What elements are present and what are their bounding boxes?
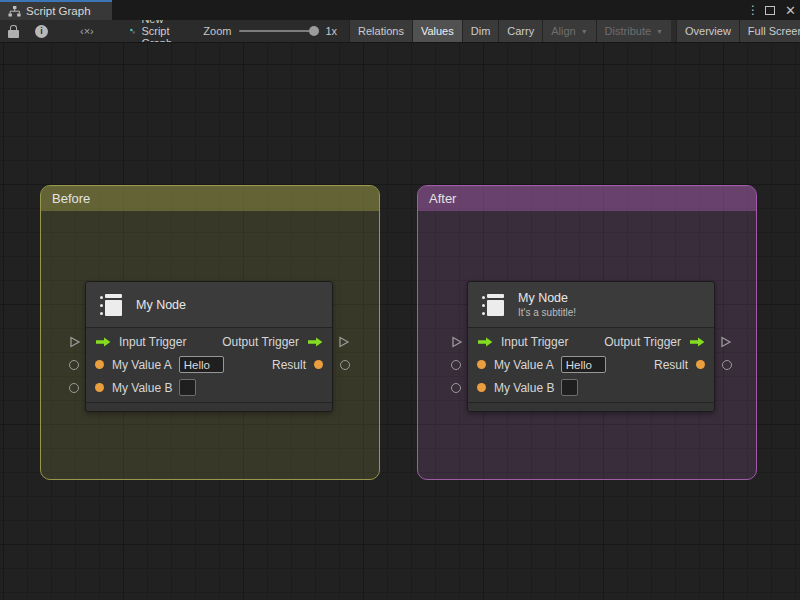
node-port-rows: Input Trigger Output Trigger My Value A bbox=[86, 328, 332, 402]
info-button[interactable]: i bbox=[27, 20, 56, 43]
value-port-outer-left-icon[interactable] bbox=[69, 360, 79, 370]
value-b-field[interactable] bbox=[561, 379, 578, 396]
code-icon: ‹×› bbox=[80, 25, 94, 37]
zoom-control: Zoom 1x bbox=[189, 25, 337, 37]
flow-out-arrow-icon[interactable] bbox=[689, 337, 705, 347]
full-screen-button[interactable]: Full Screen bbox=[739, 20, 800, 43]
node-footer bbox=[468, 402, 714, 411]
port-label: Output Trigger bbox=[222, 335, 299, 349]
graph-name-label: New Script Graph bbox=[141, 20, 179, 43]
node-footer bbox=[86, 402, 332, 411]
zoom-value: 1x bbox=[325, 25, 337, 37]
node-title: My Node bbox=[518, 291, 576, 305]
chevron-down-icon: ▼ bbox=[656, 28, 663, 35]
value-port-outer-left-icon[interactable] bbox=[451, 383, 461, 393]
node-header[interactable]: My Node bbox=[86, 282, 332, 328]
port-label: Input Trigger bbox=[119, 335, 186, 349]
distribute-dropdown[interactable]: Distribute▼ bbox=[596, 20, 671, 43]
group-title: After bbox=[429, 191, 456, 206]
values-button[interactable]: Values bbox=[412, 20, 462, 43]
value-out-dot-icon[interactable] bbox=[696, 360, 705, 369]
group-after[interactable]: After My Node It's a subtitle! bbox=[417, 185, 757, 480]
flow-in-arrow-icon[interactable] bbox=[477, 337, 493, 347]
value-port-outer-left-icon[interactable] bbox=[451, 360, 461, 370]
graph-toolbar: i ‹×› New Script Graph Zoom 1x Relations… bbox=[0, 20, 800, 43]
zoom-label: Zoom bbox=[203, 25, 231, 37]
port-row-value-a: My Value A Result bbox=[86, 353, 332, 376]
chevron-down-icon: ▼ bbox=[581, 28, 588, 35]
info-icon: i bbox=[35, 25, 48, 38]
port-label: My Value A bbox=[494, 358, 554, 372]
relations-button[interactable]: Relations bbox=[349, 20, 412, 43]
port-row-value-b: My Value B bbox=[86, 376, 332, 399]
node-header[interactable]: My Node It's a subtitle! bbox=[468, 282, 714, 328]
window-menu-icon[interactable]: ⋮ bbox=[747, 3, 755, 17]
flow-port-outer-left-icon[interactable] bbox=[69, 335, 81, 348]
lock-icon bbox=[8, 25, 19, 38]
graph-hierarchy-icon bbox=[8, 6, 21, 17]
maximize-icon[interactable] bbox=[765, 6, 775, 15]
value-a-field[interactable] bbox=[179, 356, 224, 373]
node-my-node-after[interactable]: My Node It's a subtitle! Input Trigger O… bbox=[467, 281, 715, 412]
flow-out-arrow-icon[interactable] bbox=[307, 337, 323, 347]
zoom-slider-handle[interactable] bbox=[309, 26, 319, 36]
flow-in-arrow-icon[interactable] bbox=[95, 337, 111, 347]
value-a-field[interactable] bbox=[561, 356, 606, 373]
port-row-trigger: Input Trigger Output Trigger bbox=[468, 330, 714, 353]
value-in-dot-icon[interactable] bbox=[477, 383, 486, 392]
port-row-value-b: My Value B bbox=[468, 376, 714, 399]
script-graph-window: Script Graph ⋮ ✕ i ‹×› New Script Graph bbox=[0, 0, 800, 600]
script-graph-icon bbox=[130, 25, 136, 38]
zoom-slider[interactable] bbox=[239, 30, 317, 32]
group-title: Before bbox=[52, 191, 90, 206]
node-subtitle: It's a subtitle! bbox=[518, 307, 576, 318]
tab-bar: Script Graph ⋮ ✕ bbox=[0, 0, 800, 20]
flow-port-outer-left-icon[interactable] bbox=[451, 335, 463, 348]
graph-name-breadcrumb[interactable]: New Script Graph bbox=[118, 20, 190, 43]
group-before-header[interactable]: Before bbox=[41, 186, 379, 211]
port-row-value-a: My Value A Result bbox=[468, 353, 714, 376]
value-in-dot-icon[interactable] bbox=[95, 360, 104, 369]
port-label: My Value B bbox=[494, 381, 554, 395]
value-in-dot-icon[interactable] bbox=[477, 360, 486, 369]
node-title: My Node bbox=[136, 298, 186, 312]
port-label: My Value A bbox=[112, 358, 172, 372]
value-port-outer-right-icon[interactable] bbox=[340, 360, 350, 370]
toolbar-buttons: Relations Values Dim Carry Align▼ Distri… bbox=[349, 20, 800, 43]
code-preview-button[interactable]: ‹×› bbox=[56, 20, 118, 43]
close-icon[interactable]: ✕ bbox=[785, 4, 796, 17]
window-controls: ⋮ ✕ bbox=[747, 0, 796, 20]
port-label: Result bbox=[654, 358, 688, 372]
port-label: Output Trigger bbox=[604, 335, 681, 349]
unit-node-icon bbox=[98, 292, 125, 318]
port-label: My Value B bbox=[112, 381, 172, 395]
value-b-field[interactable] bbox=[179, 379, 196, 396]
node-port-rows: Input Trigger Output Trigger My Value A bbox=[468, 328, 714, 402]
overview-button[interactable]: Overview bbox=[676, 20, 739, 43]
lock-button[interactable] bbox=[0, 20, 27, 43]
value-in-dot-icon[interactable] bbox=[95, 383, 104, 392]
port-row-trigger: Input Trigger Output Trigger bbox=[86, 330, 332, 353]
dim-button[interactable]: Dim bbox=[462, 20, 499, 43]
group-before[interactable]: Before My Node bbox=[40, 185, 380, 480]
graph-canvas[interactable]: Before My Node bbox=[0, 43, 800, 600]
value-port-outer-left-icon[interactable] bbox=[69, 383, 79, 393]
port-label: Result bbox=[272, 358, 306, 372]
unit-node-icon bbox=[480, 292, 507, 318]
node-my-node-before[interactable]: My Node Input Trigger Output Trigger bbox=[85, 281, 333, 412]
carry-button[interactable]: Carry bbox=[498, 20, 542, 43]
align-dropdown[interactable]: Align▼ bbox=[542, 20, 595, 43]
tab-title: Script Graph bbox=[26, 5, 91, 17]
group-after-header[interactable]: After bbox=[418, 186, 756, 211]
flow-port-outer-right-icon[interactable] bbox=[338, 335, 350, 348]
value-port-outer-right-icon[interactable] bbox=[722, 360, 732, 370]
tab-script-graph[interactable]: Script Graph bbox=[0, 0, 112, 20]
port-label: Input Trigger bbox=[501, 335, 568, 349]
flow-port-outer-right-icon[interactable] bbox=[720, 335, 732, 348]
value-out-dot-icon[interactable] bbox=[314, 360, 323, 369]
